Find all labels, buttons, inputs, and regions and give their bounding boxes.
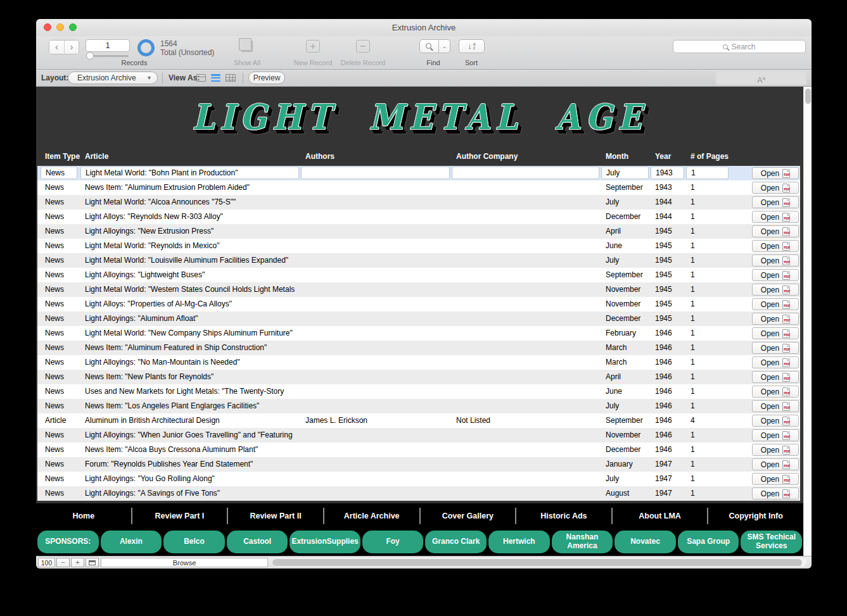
- open-pdf-button[interactable]: OpenPDF: [752, 225, 799, 237]
- table-row[interactable]: NewsLight Alloys: "Properties of Al-Mg-C…: [37, 297, 800, 311]
- sponsor-sapa-group[interactable]: Sapa Group: [678, 531, 739, 553]
- nav-item-about-lma[interactable]: About LMA: [613, 512, 708, 520]
- pages-cell[interactable]: 1: [686, 167, 729, 179]
- open-pdf-button[interactable]: OpenPDF: [752, 429, 799, 441]
- layout-popup[interactable]: Extrusion Archive ▾: [68, 72, 158, 84]
- show-all-icon[interactable]: [241, 41, 253, 52]
- open-pdf-button[interactable]: OpenPDF: [752, 327, 799, 339]
- open-pdf-button[interactable]: OpenPDF: [752, 313, 799, 325]
- record-slider[interactable]: [87, 55, 129, 57]
- open-pdf-button[interactable]: OpenPDF: [752, 473, 799, 485]
- table-view-icon[interactable]: [226, 74, 236, 82]
- sponsor-hertwich[interactable]: Hertwich: [488, 531, 550, 553]
- sponsor-belco[interactable]: Belco: [163, 531, 225, 553]
- open-pdf-button[interactable]: OpenPDF: [752, 255, 799, 267]
- open-pdf-button[interactable]: OpenPDF: [752, 342, 799, 354]
- table-row[interactable]: NewsLight Metal World: "Alcoa Announces …: [37, 195, 800, 210]
- close-button[interactable]: [44, 23, 51, 31]
- nav-item-historic-ads[interactable]: Historic Ads: [516, 512, 611, 520]
- open-pdf-button[interactable]: OpenPDF: [752, 167, 799, 179]
- table-row[interactable]: NewsUses and New Markets for Light Metal…: [37, 384, 800, 399]
- nav-item-copyright-info[interactable]: Copyright Info: [708, 512, 803, 520]
- zoom-in-button[interactable]: +: [71, 558, 84, 567]
- table-row[interactable]: NewsLight Metal World: "New Company Ship…: [37, 326, 800, 341]
- open-pdf-button[interactable]: OpenPDF: [752, 298, 799, 310]
- table-row[interactable]: ArticleAluminum in British Architectural…: [37, 413, 800, 428]
- table-row[interactable]: NewsLight Alloyings: "When Junior Goes T…: [37, 428, 800, 443]
- company-cell[interactable]: [452, 167, 599, 179]
- month-cell[interactable]: July: [601, 167, 649, 179]
- nav-item-article-archive[interactable]: Article Archive: [324, 512, 419, 520]
- open-pdf-button[interactable]: OpenPDF: [752, 415, 799, 427]
- nav-item-review-part-ii[interactable]: Review Part II: [228, 512, 323, 520]
- year-cell[interactable]: 1943: [651, 167, 684, 179]
- zoom-out-button[interactable]: −: [56, 558, 70, 567]
- table-row[interactable]: NewsLight Alloyings: "A Savings of Five …: [37, 486, 800, 501]
- table-row[interactable]: NewsLight Alloyings: "Lightweight Buses"…: [37, 268, 800, 282]
- table-row[interactable]: NewsLight Alloyings: "No Man-Mountain is…: [37, 355, 800, 370]
- open-pdf-button[interactable]: OpenPDF: [752, 371, 799, 383]
- form-view-icon[interactable]: [196, 74, 206, 82]
- find-dropdown-button[interactable]: ⌄: [439, 39, 450, 53]
- delete-record-icon[interactable]: −: [356, 40, 370, 53]
- open-pdf-button[interactable]: OpenPDF: [752, 444, 799, 456]
- open-pdf-button[interactable]: OpenPDF: [752, 487, 799, 500]
- open-pdf-button[interactable]: OpenPDF: [752, 400, 799, 412]
- sponsor-foy[interactable]: Foy: [362, 531, 424, 553]
- zoom-level-field[interactable]: 100: [38, 558, 55, 567]
- sponsor-extrusionsupplies[interactable]: ExtrusionSupplies: [290, 531, 360, 553]
- open-pdf-button[interactable]: OpenPDF: [752, 196, 799, 208]
- toggle-toolbar-button[interactable]: [86, 558, 99, 567]
- next-record-button[interactable]: ›: [64, 41, 79, 54]
- table-row[interactable]: NewsForum: "Reynolds Publishes Year End …: [37, 457, 800, 472]
- table-row[interactable]: NewsNews Item: "Aluminum Extrusion Probl…: [37, 180, 800, 195]
- table-row[interactable]: NewsNews Item: "Aluminum Featured in Shi…: [37, 341, 800, 355]
- table-row[interactable]: NewsNews Item: "Los Angeles Plant Englar…: [37, 399, 800, 413]
- table-row[interactable]: NewsLight Metal World: "Reynolds in Mexi…: [37, 239, 800, 253]
- sponsor-nanshan-america[interactable]: Nanshan America: [552, 531, 613, 553]
- table-row[interactable]: NewsLight Metal World: "Western States C…: [37, 282, 800, 297]
- open-pdf-button[interactable]: OpenPDF: [752, 356, 799, 368]
- sponsor-sms-techical-services[interactable]: SMS Techical Services: [741, 531, 802, 553]
- new-record-icon[interactable]: +: [306, 40, 320, 53]
- vertical-scrollbar-thumb[interactable]: [805, 89, 811, 104]
- open-pdf-button[interactable]: OpenPDF: [752, 240, 799, 252]
- previous-record-button[interactable]: ‹: [49, 41, 64, 54]
- current-record-field[interactable]: 1: [86, 39, 130, 52]
- open-pdf-button[interactable]: OpenPDF: [752, 182, 799, 194]
- table-row[interactable]: NewsLight Alloys: "Reynolds New R-303 Al…: [37, 210, 800, 224]
- open-pdf-button[interactable]: OpenPDF: [752, 284, 799, 296]
- mode-popup[interactable]: Browse: [101, 558, 268, 567]
- table-row[interactable]: NewsLight Alloyings: "New Extrusion Pres…: [37, 224, 800, 239]
- table-row[interactable]: NewsLight Metal World: "Louisville Alumi…: [37, 253, 800, 268]
- table-row[interactable]: NewsNews Item: "New Plants for Reynolds"…: [37, 370, 800, 384]
- find-button[interactable]: [419, 39, 439, 53]
- formatting-bar-toggle[interactable]: Aa: [716, 72, 806, 85]
- sort-button[interactable]: ↓ az: [459, 39, 485, 53]
- nav-item-review-part-i[interactable]: Review Part I: [132, 512, 227, 520]
- table-row[interactable]: NewsNews Item: "Alcoa Buys Cressona Alum…: [37, 443, 800, 457]
- open-pdf-button[interactable]: OpenPDF: [752, 386, 799, 398]
- minimize-button[interactable]: [56, 23, 64, 31]
- authors-cell[interactable]: [301, 167, 450, 179]
- sponsor-alexin[interactable]: Alexin: [101, 531, 162, 553]
- list-view-icon[interactable]: [211, 74, 220, 82]
- search-input[interactable]: Search: [673, 40, 806, 53]
- preview-button[interactable]: Preview: [248, 72, 285, 84]
- horizontal-scrollbar[interactable]: [272, 558, 806, 567]
- found-set-pie-icon[interactable]: [137, 39, 155, 56]
- nav-item-cover-gallery[interactable]: Cover Gallery: [421, 512, 516, 520]
- table-row[interactable]: NewsLight Metal World: "Bohn Plant in Pr…: [37, 166, 800, 180]
- table-row[interactable]: NewsLight Alloyings: "Aluminum Afloat"De…: [37, 311, 800, 326]
- open-pdf-button[interactable]: OpenPDF: [752, 211, 799, 223]
- sponsor-castool[interactable]: Castool: [227, 531, 288, 553]
- nav-item-home[interactable]: Home: [36, 512, 131, 520]
- table-row[interactable]: NewsLight Alloyings: "You Go Rolling Alo…: [37, 472, 800, 486]
- vertical-scrollbar[interactable]: [803, 87, 812, 556]
- open-pdf-button[interactable]: OpenPDF: [752, 458, 799, 470]
- itemtype-cell[interactable]: News: [41, 167, 77, 179]
- sponsor-novatec[interactable]: Novatec: [615, 531, 676, 553]
- horizontal-scrollbar-thumb[interactable]: [272, 559, 802, 566]
- article-cell[interactable]: Light Metal World: "Bohn Plant in Produc…: [80, 167, 299, 179]
- sponsor-granco-clark[interactable]: Granco Clark: [425, 531, 487, 553]
